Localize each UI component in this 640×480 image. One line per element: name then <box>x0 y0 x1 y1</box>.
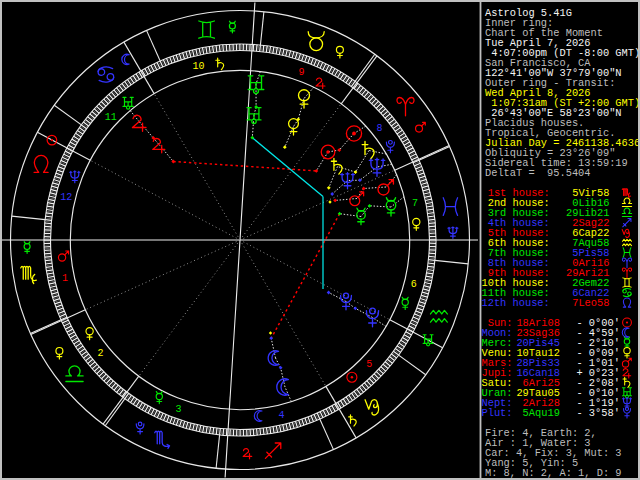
svg-text:6: 6 <box>411 279 417 290</box>
svg-text:11: 11 <box>105 112 117 123</box>
svg-text:10: 10 <box>192 61 204 72</box>
svg-text:8: 8 <box>376 123 382 134</box>
svg-text:Plut:: Plut: <box>482 407 513 419</box>
svg-text:4: 4 <box>278 410 284 421</box>
svg-text:9: 9 <box>298 67 304 78</box>
svg-text:7Leo58: 7Leo58 <box>566 297 609 309</box>
svg-text:3: 3 <box>175 404 181 415</box>
svg-text:5: 5 <box>366 359 372 370</box>
svg-text:5Aqu19: 5Aqu19 <box>516 407 559 419</box>
svg-text:- 3°58': - 3°58' <box>576 407 619 419</box>
svg-text:M: 8, N: 2, A: 1, D: 9: M: 8, N: 2, A: 1, D: 9 <box>485 467 622 479</box>
svg-text:2: 2 <box>98 348 104 359</box>
svg-text:12th house:: 12th house: <box>482 297 550 309</box>
svg-text:1: 1 <box>62 273 68 284</box>
svg-text:7: 7 <box>412 198 418 209</box>
svg-text:12: 12 <box>60 192 72 203</box>
svg-text:DeltaT = 95.5404: DeltaT = 95.5404 <box>485 167 591 179</box>
